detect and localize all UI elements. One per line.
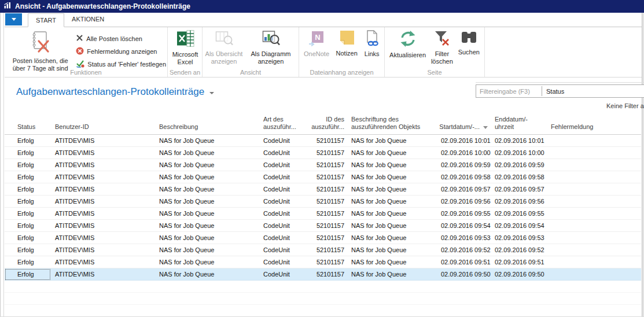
cell-status[interactable]: Erfolg (5, 244, 51, 256)
header-status[interactable]: Status (5, 116, 51, 135)
tab-aktionen[interactable]: AKTIONEN (64, 13, 112, 27)
show-error-message-button[interactable]: Fehlermeldung anzeigen (76, 47, 166, 56)
cell-user[interactable]: ATITDEV\MIS (51, 208, 155, 220)
cell-caption[interactable]: NAS for Job Queue (347, 183, 437, 196)
cell-id[interactable]: 52101157 (306, 159, 347, 171)
cell-error[interactable] (547, 135, 641, 147)
cell-user[interactable]: ATITDEV\MIS (51, 147, 155, 159)
application-menu-button[interactable] (5, 13, 22, 25)
table-row[interactable]: ErfolgATITDEV\MISNAS for Job QueueCodeUn… (5, 196, 641, 208)
cell-desc[interactable]: NAS for Job Queue (155, 268, 259, 281)
cell-start[interactable]: 02.09.2016 09:56 (437, 196, 491, 208)
cell-start[interactable]: 02.09.2016 09:57 (437, 183, 491, 196)
cell-desc[interactable]: NAS for Job Queue (155, 135, 259, 147)
page-title[interactable]: Aufgabenwarteschlangen-Protokolleinträge (16, 86, 214, 98)
cell-error[interactable] (547, 147, 641, 159)
cell-error[interactable] (547, 171, 641, 183)
cell-status[interactable]: Erfolg (5, 268, 51, 281)
cell-desc[interactable]: NAS for Job Queue (155, 147, 259, 159)
header-beschreibung[interactable]: Beschreibung (155, 116, 259, 135)
cell-id[interactable]: 52101157 (306, 183, 347, 196)
onenote-button[interactable]: N OneNote (300, 29, 333, 68)
cell-user[interactable]: ATITDEV\MIS (51, 183, 155, 196)
cell-caption[interactable]: NAS for Job Queue (347, 208, 437, 220)
cell-status[interactable]: Erfolg (5, 147, 51, 159)
cell-status[interactable]: Erfolg (5, 220, 51, 232)
cell-status[interactable]: Erfolg (5, 208, 51, 220)
notes-button[interactable]: Notizen (333, 29, 360, 68)
search-button[interactable]: Suchen (455, 29, 483, 68)
cell-status[interactable]: Erfolg (5, 256, 51, 268)
cell-caption[interactable]: NAS for Job Queue (347, 135, 437, 147)
cell-end[interactable]: 02.09.2016 09:57 (491, 183, 547, 196)
cell-end[interactable]: 02.09.2016 09:54 (491, 220, 547, 232)
cell-user[interactable]: ATITDEV\MIS (51, 268, 155, 281)
cell-caption[interactable]: NAS for Job Queue (347, 147, 437, 159)
cell-desc[interactable]: NAS for Job Queue (155, 183, 259, 196)
header-enddatum[interactable]: Enddatum/-uhrzeit (491, 116, 547, 135)
header-art-des[interactable]: Art des auszuführ... (259, 116, 306, 135)
cell-start[interactable]: 02.09.2016 09:51 (437, 256, 491, 268)
cell-error[interactable] (547, 208, 641, 220)
cell-caption[interactable]: NAS for Job Queue (347, 232, 437, 244)
cell-type[interactable]: CodeUnit (259, 196, 306, 208)
cell-user[interactable]: ATITDEV\MIS (51, 159, 155, 171)
cell-caption[interactable]: NAS for Job Queue (347, 244, 437, 256)
cell-caption[interactable]: NAS for Job Queue (347, 171, 437, 183)
cell-error[interactable] (547, 232, 641, 244)
cell-type[interactable]: CodeUnit (259, 244, 306, 256)
cell-desc[interactable]: NAS for Job Queue (155, 256, 259, 268)
cell-error[interactable] (547, 244, 641, 256)
cell-type[interactable]: CodeUnit (259, 171, 306, 183)
table-row[interactable]: ErfolgATITDEV\MISNAS for Job QueueCodeUn… (5, 171, 641, 183)
delete-all-entries-button[interactable]: Alle Posten löschen (76, 34, 166, 43)
cell-user[interactable]: ATITDEV\MIS (51, 171, 155, 183)
show-as-list-button[interactable]: Als Übersicht anzeigen (204, 29, 244, 68)
table-row[interactable]: ErfolgATITDEV\MISNAS for Job QueueCodeUn… (5, 147, 641, 159)
cell-caption[interactable]: NAS for Job Queue (347, 220, 437, 232)
cell-desc[interactable]: NAS for Job Queue (155, 196, 259, 208)
cell-end[interactable]: 02.09.2016 10:01 (491, 135, 547, 147)
header-startdatum[interactable]: Startdatum/-... (437, 116, 491, 135)
set-status-error-button[interactable]: Status auf 'Fehler' festlegen (76, 60, 166, 68)
cell-start[interactable]: 02.09.2016 09:58 (437, 171, 491, 183)
cell-status[interactable]: Erfolg (5, 183, 51, 196)
cell-type[interactable]: CodeUnit (259, 159, 306, 171)
cell-start[interactable]: 02.09.2016 09:55 (437, 208, 491, 220)
table-row[interactable]: ErfolgATITDEV\MISNAS for Job QueueCodeUn… (5, 220, 641, 232)
cell-type[interactable]: CodeUnit (259, 268, 306, 281)
cell-start[interactable]: 02.09.2016 10:01 (437, 135, 491, 147)
cell-user[interactable]: ATITDEV\MIS (51, 232, 155, 244)
cell-status[interactable]: Erfolg (5, 196, 51, 208)
cell-status[interactable]: Erfolg (5, 135, 51, 147)
cell-type[interactable]: CodeUnit (259, 220, 306, 232)
cell-start[interactable]: 02.09.2016 09:53 (437, 232, 491, 244)
cell-user[interactable]: ATITDEV\MIS (51, 196, 155, 208)
cell-id[interactable]: 52101157 (306, 268, 347, 281)
cell-desc[interactable]: NAS for Job Queue (155, 220, 259, 232)
table-row[interactable]: ErfolgATITDEV\MISNAS for Job QueueCodeUn… (5, 183, 641, 196)
cell-error[interactable] (547, 220, 641, 232)
cell-start[interactable]: 02.09.2016 09:50 (437, 268, 491, 281)
cell-type[interactable]: CodeUnit (259, 135, 306, 147)
cell-user[interactable]: ATITDEV\MIS (51, 135, 155, 147)
cell-user[interactable]: ATITDEV\MIS (51, 256, 155, 268)
cell-error[interactable] (547, 256, 641, 268)
cell-start[interactable]: 02.09.2016 09:59 (437, 159, 491, 171)
cell-caption[interactable]: NAS for Job Queue (347, 196, 437, 208)
cell-start[interactable]: 02.09.2016 09:54 (437, 220, 491, 232)
cell-error[interactable] (547, 183, 641, 196)
cell-type[interactable]: CodeUnit (259, 147, 306, 159)
refresh-button[interactable]: Aktualisieren (386, 29, 429, 68)
cell-id[interactable]: 52101157 (306, 196, 347, 208)
cell-desc[interactable]: NAS for Job Queue (155, 244, 259, 256)
cell-status[interactable]: Erfolg (5, 232, 51, 244)
page-title-dropdown-icon[interactable] (209, 92, 214, 94)
cell-user[interactable]: ATITDEV\MIS (51, 244, 155, 256)
header-id-des[interactable]: ID des auszuführ... (306, 116, 347, 135)
cell-end[interactable]: 02.09.2016 09:55 (491, 208, 547, 220)
cell-end[interactable]: 02.09.2016 09:53 (491, 232, 547, 244)
cell-desc[interactable]: NAS for Job Queue (155, 208, 259, 220)
cell-id[interactable]: 52101157 (306, 232, 347, 244)
cell-id[interactable]: 52101157 (306, 220, 347, 232)
